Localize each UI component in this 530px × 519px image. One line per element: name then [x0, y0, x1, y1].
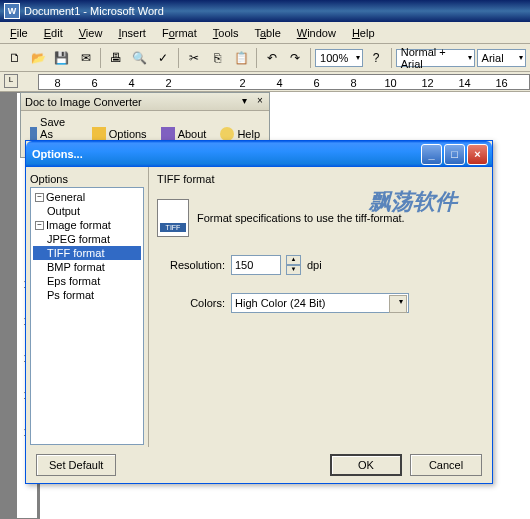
save-icon[interactable]: 💾: [51, 47, 73, 69]
resolution-spinner[interactable]: ▲▼: [286, 255, 301, 275]
tree-item-eps[interactable]: Eps format: [33, 274, 141, 288]
collapse-icon[interactable]: −: [35, 221, 44, 230]
ruler-tick: 12: [409, 75, 446, 89]
open-icon[interactable]: 📂: [28, 47, 50, 69]
label: BMP format: [47, 261, 105, 273]
ruler-corner: L: [4, 74, 18, 88]
redo-icon[interactable]: ↷: [284, 47, 306, 69]
menu-insert[interactable]: Insert: [110, 24, 154, 42]
menu-table[interactable]: Table: [246, 24, 288, 42]
dropdown-icon[interactable]: ▾: [237, 95, 251, 109]
separator: [256, 48, 257, 68]
cancel-button[interactable]: Cancel: [410, 454, 482, 476]
app-title: Document1 - Microsoft Word: [24, 5, 164, 17]
save-icon: [30, 127, 37, 141]
options-group-label: Options: [30, 171, 144, 187]
label: Output: [47, 205, 80, 217]
resolution-unit: dpi: [307, 259, 322, 271]
ruler-tick: 4: [113, 75, 150, 89]
label: TIFF format: [47, 247, 104, 259]
options-dialog: Options... _ □ × Options −General Output…: [25, 140, 493, 484]
label: Help: [237, 128, 260, 140]
spell-icon[interactable]: ✓: [153, 47, 175, 69]
ruler-horizontal-area: L 8642246810121416: [0, 72, 530, 92]
tree-item-general[interactable]: −General: [33, 190, 141, 204]
undo-icon[interactable]: ↶: [261, 47, 283, 69]
new-doc-icon[interactable]: 🗋: [4, 47, 26, 69]
font-combo[interactable]: Arial: [477, 49, 526, 67]
dialog-footer: Set Default OK Cancel: [26, 447, 492, 483]
converter-title-bar[interactable]: Doc to Image Converter ▾ ×: [21, 93, 269, 111]
label: Eps format: [47, 275, 100, 287]
menu-window[interactable]: Window: [289, 24, 344, 42]
tree-item-ps[interactable]: Ps format: [33, 288, 141, 302]
resolution-input[interactable]: 150: [231, 255, 281, 275]
word-icon: W: [4, 3, 20, 19]
dialog-title-bar[interactable]: Options... _ □ ×: [26, 141, 492, 167]
format-group-label: TIFF format: [157, 171, 484, 187]
label: Ps format: [47, 289, 94, 301]
standard-toolbar: 🗋 📂 💾 ✉ 🖶 🔍 ✓ ✂ ⎘ 📋 ↶ ↷ 100% ? Normal + …: [0, 44, 530, 72]
watermark-text: 飘荡软件: [369, 187, 457, 217]
ruler-tick: 14: [446, 75, 483, 89]
menu-view[interactable]: View: [71, 24, 111, 42]
cut-icon[interactable]: ✂: [183, 47, 205, 69]
spin-down-icon[interactable]: ▼: [286, 265, 301, 275]
ruler-tick: 2: [150, 75, 187, 89]
minimize-button[interactable]: _: [421, 144, 442, 165]
menu-tools[interactable]: Tools: [205, 24, 247, 42]
colors-combo[interactable]: High Color (24 Bit): [231, 293, 409, 313]
close-icon[interactable]: ×: [253, 95, 267, 109]
help-icon[interactable]: ?: [365, 47, 387, 69]
colors-label: Colors:: [157, 297, 225, 309]
ruler-tick: 10: [372, 75, 409, 89]
separator: [100, 48, 101, 68]
menu-bar: File Edit View Insert Format Tools Table…: [0, 22, 530, 44]
print-icon[interactable]: 🖶: [105, 47, 127, 69]
app-title-bar: W Document1 - Microsoft Word: [0, 0, 530, 22]
dialog-title: Options...: [32, 148, 83, 160]
ruler-horizontal[interactable]: 8642246810121416: [38, 74, 530, 90]
ruler-tick: 16: [483, 75, 520, 89]
label: Image format: [46, 219, 111, 231]
spin-up-icon[interactable]: ▲: [286, 255, 301, 265]
set-default-button[interactable]: Set Default: [36, 454, 116, 476]
tree-item-jpeg[interactable]: JPEG format: [33, 232, 141, 246]
label: General: [46, 191, 85, 203]
maximize-button[interactable]: □: [444, 144, 465, 165]
label: About: [178, 128, 207, 140]
resolution-label: Resolution:: [157, 259, 225, 271]
ruler-tick: 4: [261, 75, 298, 89]
label: JPEG format: [47, 233, 110, 245]
ruler-tick: 6: [298, 75, 335, 89]
style-combo[interactable]: Normal + Arial: [396, 49, 475, 67]
menu-file[interactable]: File: [2, 24, 36, 42]
help-icon: [220, 127, 234, 141]
menu-help[interactable]: Help: [344, 24, 383, 42]
preview-icon[interactable]: 🔍: [129, 47, 151, 69]
ruler-tick: 6: [76, 75, 113, 89]
mail-icon[interactable]: ✉: [75, 47, 97, 69]
tree-item-output[interactable]: Output: [33, 204, 141, 218]
separator: [178, 48, 179, 68]
converter-title: Doc to Image Converter: [25, 96, 142, 108]
zoom-combo[interactable]: 100%: [315, 49, 363, 67]
copy-icon[interactable]: ⎘: [207, 47, 229, 69]
ruler-tick: [187, 75, 224, 89]
ruler-tick: 2: [224, 75, 261, 89]
tree-item-image-format[interactable]: −Image format: [33, 218, 141, 232]
separator: [391, 48, 392, 68]
menu-edit[interactable]: Edit: [36, 24, 71, 42]
about-icon: [161, 127, 175, 141]
close-button[interactable]: ×: [467, 144, 488, 165]
menu-format[interactable]: Format: [154, 24, 205, 42]
ruler-tick: 8: [39, 75, 76, 89]
tree-item-tiff[interactable]: TIFF format: [33, 246, 141, 260]
label: Options: [109, 128, 147, 140]
separator: [310, 48, 311, 68]
options-tree[interactable]: −General Output −Image format JPEG forma…: [30, 187, 144, 445]
paste-icon[interactable]: 📋: [230, 47, 252, 69]
ok-button[interactable]: OK: [330, 454, 402, 476]
tree-item-bmp[interactable]: BMP format: [33, 260, 141, 274]
collapse-icon[interactable]: −: [35, 193, 44, 202]
